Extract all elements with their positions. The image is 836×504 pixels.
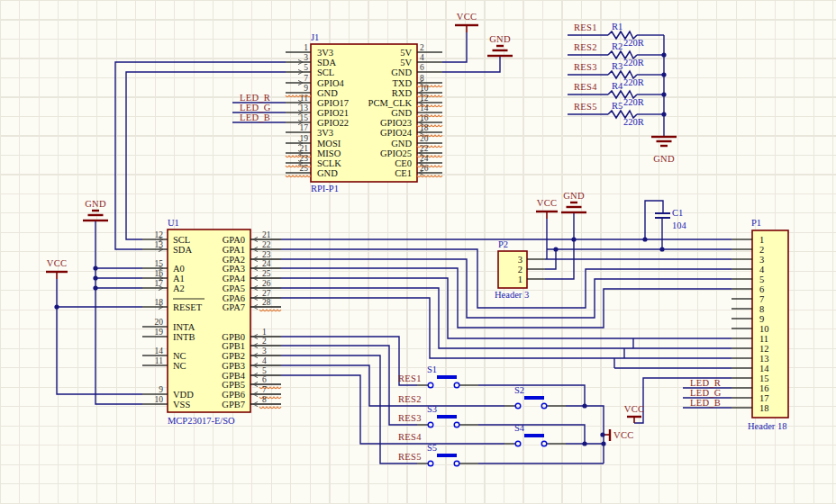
wire[interactable] <box>57 279 142 394</box>
designator[interactable]: S2 <box>514 385 524 395</box>
pin-number: 10 <box>420 84 429 93</box>
value[interactable]: 220R <box>623 77 644 87</box>
net-label[interactable]: LED_R <box>240 93 270 103</box>
value[interactable]: 220R <box>623 58 644 68</box>
wire[interactable] <box>281 337 417 385</box>
designator[interactable]: S4 <box>514 423 525 433</box>
pin-label: GPA1 <box>223 245 245 255</box>
net-label[interactable]: RES4 <box>574 82 597 92</box>
net-label[interactable]: RES4 <box>398 432 422 442</box>
net-label[interactable]: LED_B <box>690 398 721 408</box>
comment-U1[interactable]: MCP23017-E/SO <box>168 416 235 426</box>
junction-dot <box>659 247 664 251</box>
switch-S1[interactable] <box>437 375 457 379</box>
net-label[interactable]: RES3 <box>398 413 422 423</box>
component-body-P2[interactable] <box>498 251 527 288</box>
pin-number: 14 <box>155 346 164 356</box>
pin-number: 10 <box>155 395 164 404</box>
net-label[interactable]: LED_B <box>240 112 270 122</box>
net-label[interactable]: RES2 <box>398 394 422 404</box>
power-port-gnd[interactable]: GND <box>489 34 511 44</box>
pin-number: 5 <box>304 63 308 72</box>
designator[interactable]: R5 <box>612 101 622 111</box>
pin-label: SDA <box>173 245 192 255</box>
power-port-gnd[interactable]: GND <box>85 199 106 209</box>
designator[interactable]: R1 <box>612 22 622 32</box>
pin-number: 6 <box>262 375 267 384</box>
power-port-vcc[interactable]: VCC <box>624 404 645 414</box>
net-label[interactable]: RES5 <box>398 452 422 462</box>
pin-number: 19 <box>155 328 164 337</box>
designator-U1[interactable]: U1 <box>168 218 179 228</box>
designator[interactable]: R2 <box>612 41 622 51</box>
net-label[interactable]: LED_R <box>690 378 721 388</box>
designator-P1[interactable]: P1 <box>751 218 761 228</box>
power-port-vcc[interactable]: VCC <box>537 198 558 208</box>
pin-label: INTB <box>173 332 195 342</box>
pin-label: A0 <box>173 264 185 274</box>
wire[interactable] <box>645 201 663 239</box>
power-port-gnd[interactable]: GND <box>563 191 585 201</box>
pin-number: 2 <box>420 43 424 52</box>
switch-S2[interactable] <box>524 396 544 400</box>
designator[interactable]: S1 <box>427 364 437 374</box>
net-label[interactable]: RES1 <box>398 374 422 383</box>
switch-contact <box>541 441 547 446</box>
comment-P2[interactable]: Header 3 <box>495 290 529 300</box>
component-body-P1[interactable] <box>752 230 788 418</box>
value[interactable]: 220R <box>623 38 644 48</box>
switch-S5[interactable] <box>437 454 457 457</box>
power-port-vcc[interactable]: VCC <box>457 12 477 22</box>
switch-contact <box>428 382 433 388</box>
comment-P1[interactable]: Header 18 <box>748 421 786 431</box>
pin-number: 11 <box>155 356 163 365</box>
net-label[interactable]: LED_G <box>240 103 271 112</box>
designator[interactable]: S3 <box>427 404 437 414</box>
comment-J1[interactable]: RPI-P1 <box>311 184 339 194</box>
power-port-gnd[interactable]: GND <box>653 154 675 164</box>
switch-S4[interactable] <box>524 434 544 437</box>
pin-number: 14 <box>420 104 429 112</box>
junction-dot <box>661 52 666 57</box>
pin-number: 21 <box>262 230 271 239</box>
switch-S3[interactable] <box>437 415 457 418</box>
designator-J1[interactable]: J1 <box>311 32 319 42</box>
designator[interactable]: S5 <box>427 443 437 453</box>
wire[interactable] <box>281 356 417 464</box>
power-port-vcc[interactable]: VCC <box>47 258 68 268</box>
schematic-canvas[interactable]: J1RPI-P13V31SDA3SCL5GPIO47GND9GPIO1711GP… <box>0 0 836 504</box>
pin-number: 2 <box>759 245 764 255</box>
wire[interactable] <box>115 62 286 249</box>
pin-number: 10 <box>759 324 769 334</box>
pin-number: 3 <box>518 255 522 265</box>
wire[interactable] <box>442 56 500 72</box>
pin-label: GPB6 <box>222 390 245 400</box>
pin-number: 5 <box>759 274 764 284</box>
wire[interactable] <box>281 346 417 425</box>
net-label[interactable]: RES3 <box>574 62 597 72</box>
wire[interactable] <box>442 32 467 62</box>
junction-dot <box>661 92 666 96</box>
value[interactable]: 220R <box>623 117 644 127</box>
designator-P2[interactable]: P2 <box>498 239 508 249</box>
net-label[interactable]: RES1 <box>574 22 597 32</box>
net-label[interactable]: RES5 <box>574 102 597 112</box>
pin-label: SDA <box>317 58 336 68</box>
designator[interactable]: R4 <box>612 81 623 91</box>
designator[interactable]: R3 <box>612 61 622 71</box>
pin-label: GPIO25 <box>380 148 412 158</box>
pin-number: 1 <box>759 235 764 245</box>
value-C1[interactable]: 104 <box>672 220 687 230</box>
junction-dot <box>600 432 604 436</box>
pin-number: 19 <box>300 134 309 143</box>
designator-C1[interactable]: C1 <box>672 208 683 218</box>
net-label[interactable]: RES2 <box>574 42 597 52</box>
wire[interactable] <box>478 385 585 406</box>
pin-label: MISO <box>317 148 341 158</box>
value[interactable]: 220R <box>623 97 644 107</box>
pin-number: 22 <box>420 144 429 153</box>
pin-label: VDD <box>173 390 194 400</box>
power-port-vcc[interactable]: VCC <box>613 430 634 440</box>
net-label[interactable]: LED_G <box>690 388 722 398</box>
switch-contact <box>454 461 459 466</box>
